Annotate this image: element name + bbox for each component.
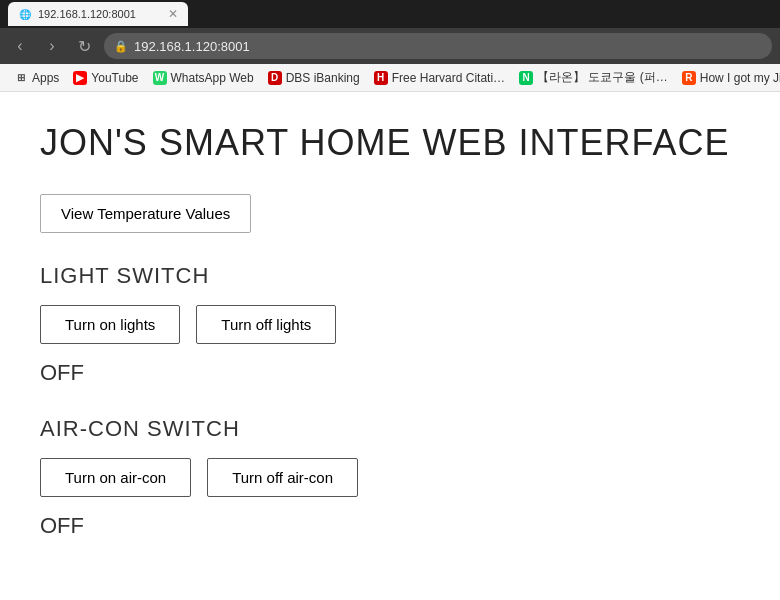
tab-bar: 🌐 192.168.1.120:8001 ✕ [0,0,780,28]
aircon-switch-section: AIR-CON SWITCH Turn on air-con Turn off … [40,416,740,539]
bookmark-reddit[interactable]: R How I got my Jinh… [676,69,780,87]
tab-close-button[interactable]: ✕ [168,7,178,21]
turn-off-aircon-button[interactable]: Turn off air-con [207,458,358,497]
bookmark-reddit-label: How I got my Jinh… [700,71,780,85]
light-switch-title: LIGHT SWITCH [40,263,740,289]
bookmark-youtube-label: YouTube [91,71,138,85]
page-title: JON'S SMART HOME WEB INTERFACE [40,122,740,164]
light-switch-status: OFF [40,360,740,386]
address-bar-row: ‹ › ↻ 🔒 192.168.1.120:8001 [0,28,780,64]
bookmark-whatsapp[interactable]: W WhatsApp Web [147,69,260,87]
harvard-favicon: H [374,71,388,85]
browser-chrome: 🌐 192.168.1.120:8001 ✕ ‹ › ↻ 🔒 192.168.1… [0,0,780,92]
page-content: JON'S SMART HOME WEB INTERFACE View Temp… [0,92,780,600]
turn-on-aircon-button[interactable]: Turn on air-con [40,458,191,497]
dbs-favicon: D [268,71,282,85]
forward-button[interactable]: › [40,34,64,58]
apps-favicon: ⊞ [14,71,28,85]
aircon-switch-title: AIR-CON SWITCH [40,416,740,442]
bookmark-apps[interactable]: ⊞ Apps [8,69,65,87]
tab-title: 192.168.1.120:8001 [38,8,162,20]
bookmark-apps-label: Apps [32,71,59,85]
reload-button[interactable]: ↻ [72,34,96,58]
bookmark-naver-label: 【라온】 도쿄구울 (퍼… [537,69,668,86]
address-text: 192.168.1.120:8001 [134,39,250,54]
bookmark-naver[interactable]: N 【라온】 도쿄구울 (퍼… [513,67,674,88]
view-temperature-button[interactable]: View Temperature Values [40,194,251,233]
light-switch-section: LIGHT SWITCH Turn on lights Turn off lig… [40,263,740,386]
lock-icon: 🔒 [114,40,128,53]
light-switch-buttons: Turn on lights Turn off lights [40,305,740,344]
reddit-favicon: R [682,71,696,85]
back-button[interactable]: ‹ [8,34,32,58]
bookmark-harvard-label: Free Harvard Citati… [392,71,505,85]
whatsapp-favicon: W [153,71,167,85]
naver-favicon: N [519,71,533,85]
tab-favicon: 🌐 [18,7,32,21]
active-tab[interactable]: 🌐 192.168.1.120:8001 ✕ [8,2,188,26]
bookmarks-bar: ⊞ Apps ▶ YouTube W WhatsApp Web D DBS iB… [0,64,780,92]
youtube-favicon: ▶ [73,71,87,85]
bookmark-harvard[interactable]: H Free Harvard Citati… [368,69,511,87]
bookmark-youtube[interactable]: ▶ YouTube [67,69,144,87]
bookmark-dbs[interactable]: D DBS iBanking [262,69,366,87]
bookmark-whatsapp-label: WhatsApp Web [171,71,254,85]
address-bar[interactable]: 🔒 192.168.1.120:8001 [104,33,772,59]
turn-on-lights-button[interactable]: Turn on lights [40,305,180,344]
bookmark-dbs-label: DBS iBanking [286,71,360,85]
turn-off-lights-button[interactable]: Turn off lights [196,305,336,344]
aircon-switch-status: OFF [40,513,740,539]
aircon-switch-buttons: Turn on air-con Turn off air-con [40,458,740,497]
